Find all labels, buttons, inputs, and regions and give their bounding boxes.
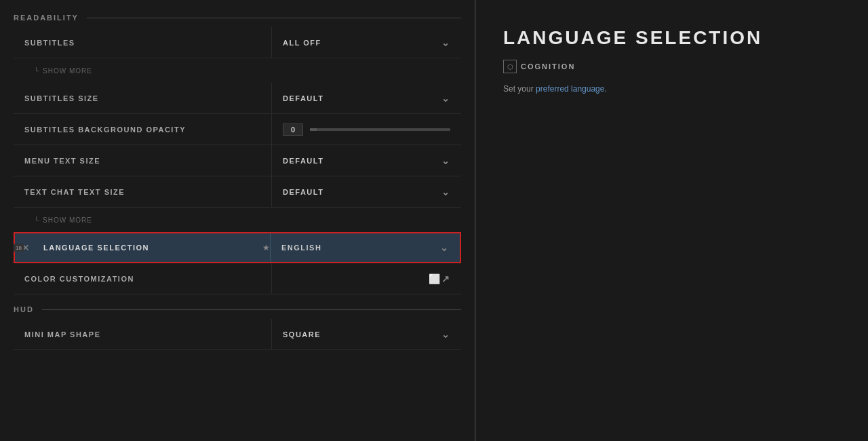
readability-divider [87,18,461,18]
language-selection-value-container[interactable]: ENGLISH ⌄ [270,233,460,262]
language-selection-chevron-icon: ⌄ [440,242,450,253]
cognition-label: COGNITION [521,62,575,71]
opacity-slider-fill [310,128,317,131]
language-selection-value: ENGLISH [281,244,321,252]
cognition-icon: ⬡ [503,60,517,73]
subtitles-size-value-container[interactable]: DEFAULT ⌄ [271,83,461,113]
hud-divider [42,309,461,310]
readability-title: READABILITY [14,14,79,22]
hud-section: HUD MINI MAP SHAPE SQUARE ⌄ [14,305,475,350]
cognition-icon-symbol: ⬡ [507,63,513,71]
subtitles-bg-opacity-row[interactable]: SUBTITLES BACKGROUND OPACITY 0 [14,114,461,145]
subtitles-value: ALL OFF [283,39,321,47]
subtitles-bg-opacity-row-wrapper: SUBTITLES BACKGROUND OPACITY 0 [14,114,475,145]
show-more-row-1[interactable]: └ SHOW MORE [14,58,475,83]
menu-text-size-value: DEFAULT [283,157,323,165]
left-panel: READABILITY SUBTITLES ALL OFF ⌄ └ SHOW M… [0,0,475,441]
subtitles-size-value: DEFAULT [283,94,323,102]
show-more-label-2: SHOW MORE [43,216,92,224]
subtitles-bg-opacity-label: SUBTITLES BACKGROUND OPACITY [14,126,271,134]
color-customization-label: COLOR CUSTOMIZATION [14,275,271,283]
readability-section-header: READABILITY [14,14,475,22]
menu-text-size-value-container[interactable]: DEFAULT ⌄ [271,145,461,176]
minimap-label: MINI MAP SHAPE [14,330,271,339]
text-chat-chevron-icon: ⌄ [441,187,451,197]
description-text: Set your preferred language. [503,83,841,96]
num-badge: 18 [14,244,24,252]
color-customization-value-container[interactable]: ⬜↗ [271,263,461,294]
minimap-value-container[interactable]: SQUARE ⌄ [271,319,461,349]
show-more-arrow-2: └ [34,216,39,224]
language-selection-label: LANGUAGE SELECTION [33,244,257,252]
color-customization-row-wrapper: COLOR CUSTOMIZATION ⬜↗ [14,263,475,294]
text-chat-label: TEXT CHAT TEXT SIZE [14,188,271,196]
right-panel: LANGUAGE SELECTION ⬡ COGNITION Set your … [476,0,868,441]
subtitles-chevron-icon: ⌄ [441,37,451,48]
subtitles-bg-opacity-value-container[interactable]: 0 [271,114,461,145]
subtitles-size-row-wrapper: SUBTITLES SIZE DEFAULT ⌄ [14,83,475,114]
right-panel-title: LANGUAGE SELECTION [503,27,841,49]
subtitles-size-row[interactable]: SUBTITLES SIZE DEFAULT ⌄ [14,83,461,114]
hud-title: HUD [14,305,34,313]
text-chat-value: DEFAULT [283,188,323,196]
text-chat-value-container[interactable]: DEFAULT ⌄ [271,176,461,207]
opacity-number: 0 [283,123,303,136]
star-icon: ★ [262,243,270,252]
language-selection-row[interactable]: ✕ LANGUAGE SELECTION ★ ENGLISH ⌄ 18 [14,232,461,263]
minimap-chevron-icon: ⌄ [441,329,451,340]
minimap-row-wrapper: MINI MAP SHAPE SQUARE ⌄ [14,319,475,350]
subtitles-row[interactable]: SUBTITLES ALL OFF ⌄ [14,27,461,58]
text-chat-row[interactable]: TEXT CHAT TEXT SIZE DEFAULT ⌄ [14,176,461,208]
minimap-value: SQUARE [283,330,321,339]
external-link-icon: ⬜↗ [429,273,450,284]
cognition-badge: ⬡ COGNITION [503,60,841,73]
menu-text-size-chevron-icon: ⌄ [441,155,451,166]
hud-section-header: HUD [14,305,475,313]
color-customization-row[interactable]: COLOR CUSTOMIZATION ⬜↗ [14,263,461,294]
show-more-label-1: SHOW MORE [43,67,92,75]
subtitles-value-container[interactable]: ALL OFF ⌄ [271,27,461,58]
main-container: READABILITY SUBTITLES ALL OFF ⌄ └ SHOW M… [0,0,868,441]
menu-text-size-row-wrapper: MENU TEXT SIZE DEFAULT ⌄ [14,145,475,176]
subtitles-label: SUBTITLES [14,39,271,47]
subtitles-size-chevron-icon: ⌄ [441,93,451,104]
menu-text-size-row[interactable]: MENU TEXT SIZE DEFAULT ⌄ [14,145,461,176]
show-more-row-2[interactable]: └ SHOW MORE [14,208,475,232]
show-more-arrow-1: └ [34,67,39,75]
subtitles-row-wrapper: SUBTITLES ALL OFF ⌄ [14,27,475,58]
subtitles-size-label: SUBTITLES SIZE [14,94,271,102]
description-link[interactable]: preferred language [536,84,604,94]
minimap-row[interactable]: MINI MAP SHAPE SQUARE ⌄ [14,319,461,350]
text-chat-row-wrapper: TEXT CHAT TEXT SIZE DEFAULT ⌄ [14,176,475,208]
opacity-slider-track[interactable] [310,128,450,131]
menu-text-size-label: MENU TEXT SIZE [14,157,271,165]
